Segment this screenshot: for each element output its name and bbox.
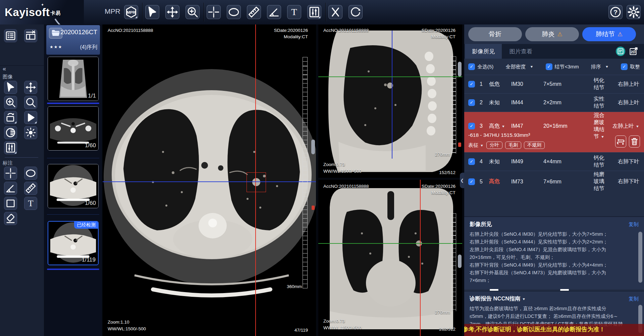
round-filter[interactable]: 取整 xyxy=(621,63,640,70)
crosshair-horizontal-green[interactable] xyxy=(318,76,462,77)
2d-view-button[interactable]: 2D xyxy=(629,46,639,56)
thumbnail-ct-lung[interactable]: 1/60 xyxy=(48,164,99,208)
pointer-tool-button[interactable] xyxy=(4,81,17,94)
checkbox[interactable] xyxy=(468,99,475,106)
mpr-layout-button[interactable]: MPR xyxy=(124,5,138,19)
nodule-row-3-expanded[interactable]: 3 高危 IM47 20×16mm 混合磨玻璃结节 左肺上叶 -618 - 34… xyxy=(464,112,644,152)
slice-scrollbar-thumb[interactable] xyxy=(458,62,462,76)
checkbox[interactable] xyxy=(468,178,475,185)
checkbox[interactable] xyxy=(546,63,552,70)
tab-imaging-findings[interactable]: 影像所见 xyxy=(465,44,502,59)
select-all-filter[interactable]: 全选(5) xyxy=(468,63,493,70)
rotate-icon xyxy=(349,5,362,19)
window-level-button[interactable] xyxy=(4,141,17,154)
zoom-in-button[interactable] xyxy=(4,96,17,109)
svg-text:T: T xyxy=(28,199,34,208)
nodule-position-marker[interactable] xyxy=(458,143,461,147)
nodule-number: 5 xyxy=(480,179,489,185)
eraser-button[interactable] xyxy=(4,212,17,225)
crosshair-tool-button[interactable] xyxy=(207,5,221,19)
series-count: (4)序列 xyxy=(80,44,97,51)
angle-tool-button[interactable] xyxy=(267,5,281,19)
crosshair-annotate-button[interactable] xyxy=(4,167,17,180)
nodule-row-2[interactable]: 2 未知 IM44 2×2mm 实性结节 右肺上叶 xyxy=(464,93,644,112)
small-nodule-filter[interactable]: 结节<3mm xyxy=(546,63,579,70)
crosshair-vertical-blue[interactable] xyxy=(392,31,392,159)
feature-label-dropdown[interactable]: 表征 xyxy=(468,142,484,149)
tab-lung-nodule[interactable]: 肺结节⚠ xyxy=(582,27,636,41)
series-list-button[interactable] xyxy=(4,29,17,42)
tab-pneumonia[interactable]: 肺炎⚠ xyxy=(525,27,579,41)
crosshair-horizontal-green[interactable] xyxy=(318,243,462,244)
invert-contrast-button[interactable] xyxy=(4,126,17,139)
rotate-flip-button[interactable] xyxy=(4,111,17,124)
follow-up-button[interactable] xyxy=(615,135,626,148)
report-bubble-button[interactable] xyxy=(616,47,625,56)
svg-text:T: T xyxy=(291,7,297,17)
thumbnail-ct-lung-detected[interactable]: 已经检测 1/119 xyxy=(48,221,99,265)
checkbox[interactable] xyxy=(468,63,475,70)
tab-fracture[interactable]: 骨折 xyxy=(468,27,522,41)
ruler-annotate-button[interactable] xyxy=(24,182,37,195)
feature-tag[interactable]: 分叶 xyxy=(486,142,502,149)
nodule-position-marker[interactable] xyxy=(312,206,315,210)
pointer-tool-button[interactable] xyxy=(145,5,159,19)
copy-report-link[interactable]: 复制 xyxy=(629,296,639,302)
zoom-tool-button[interactable] xyxy=(185,5,200,19)
delete-nodule-button[interactable] xyxy=(629,135,640,148)
reset-rotate-button[interactable] xyxy=(348,5,363,19)
brightness-button[interactable] xyxy=(24,126,37,139)
settings-button[interactable] xyxy=(627,5,641,19)
rectangle-annotate-button[interactable] xyxy=(4,197,17,210)
checkbox[interactable] xyxy=(621,63,628,70)
help-button[interactable]: ? xyxy=(608,5,623,19)
ellipse-annotate-button[interactable] xyxy=(24,167,37,180)
nodule-risk-dropdown[interactable]: 高危 xyxy=(489,123,511,130)
copy-findings-link[interactable]: 复制 xyxy=(629,221,639,228)
sagittal-viewport[interactable]: AccNO:202101158888 SDate:20200126 Modali… xyxy=(318,24,462,178)
slice-scrollbar-thumb[interactable] xyxy=(458,255,462,268)
magnify-button[interactable] xyxy=(24,96,37,109)
tab-image-view[interactable]: 图片查看 xyxy=(502,44,539,59)
crosshair-horizontal-blue[interactable] xyxy=(103,181,316,182)
feature-tag[interactable]: 毛刺 xyxy=(505,142,521,149)
guideline-dropdown[interactable]: NCCN指南 xyxy=(493,295,521,301)
thumbnail-scout[interactable]: 1/1 xyxy=(48,57,99,101)
checkbox[interactable] xyxy=(468,123,475,129)
nodule-type-dropdown[interactable]: 混合磨玻璃结节 xyxy=(592,112,606,140)
thumbnail-ct-mediastinal[interactable]: 1/60 xyxy=(48,106,99,151)
nodule-row-5[interactable]: 5 高危 IM73 7×6mm 纯磨玻璃结节 右肺下叶 xyxy=(464,171,644,189)
ruler-tool-button[interactable] xyxy=(247,5,261,19)
delete-annotation-button[interactable] xyxy=(328,5,342,19)
density-filter-dropdown[interactable]: 全部密度 xyxy=(506,64,534,70)
coronal-viewport[interactable]: AccNO:202101158888 SDate:20200126 Modali… xyxy=(318,180,462,336)
crosshair-vertical-red[interactable] xyxy=(420,180,421,336)
nodule-location-dropdown[interactable]: 左肺上叶 xyxy=(606,123,639,130)
filter-label: 全选(5) xyxy=(477,64,493,70)
feature-label: 表征 xyxy=(468,142,478,148)
angle-annotate-button[interactable] xyxy=(4,182,17,195)
findings-scrollbar-thumb[interactable] xyxy=(638,232,642,283)
series-header[interactable]: 20200126CT ★★★ (4)序列 xyxy=(46,25,100,55)
checkbox[interactable] xyxy=(468,81,475,88)
pan-tool-button[interactable] xyxy=(24,81,37,94)
window-level-button[interactable] xyxy=(307,5,321,19)
sort-dropdown[interactable]: 排序 xyxy=(591,64,609,70)
checkbox[interactable] xyxy=(468,158,475,165)
cine-play-button[interactable] xyxy=(24,111,37,124)
nodule-roi-box[interactable] xyxy=(247,172,266,192)
layout-close-button[interactable] xyxy=(24,29,37,42)
nodule-row-3-header[interactable]: 3 高危 IM47 20×16mm 混合磨玻璃结节 左肺上叶 xyxy=(464,112,644,131)
text-tool-button[interactable]: T xyxy=(287,5,301,19)
nodule-row-4[interactable]: 4 未知 IM49 4×4mm 钙化结节 右肺下叶 xyxy=(464,152,644,171)
slice-scrollbar-thumb[interactable] xyxy=(311,139,315,154)
axial-viewport[interactable]: AccNO:202101158888 SDate:20200126 Modali… xyxy=(103,24,316,336)
ellipse-tool-button[interactable] xyxy=(227,5,241,19)
text-annotate-button[interactable]: T xyxy=(24,197,37,210)
collapse-panel-handle[interactable]: ❮ xyxy=(460,173,464,188)
pan-tool-button[interactable] xyxy=(165,5,179,19)
collapse-panel-button[interactable]: « xyxy=(3,65,6,72)
nodule-location: 左肺上叶 xyxy=(612,123,634,129)
feature-tag[interactable]: 不规则 xyxy=(524,142,545,149)
nodule-row-1[interactable]: 1 低危 IM30 7×5mm 钙化结节 右肺上叶 xyxy=(464,75,644,93)
